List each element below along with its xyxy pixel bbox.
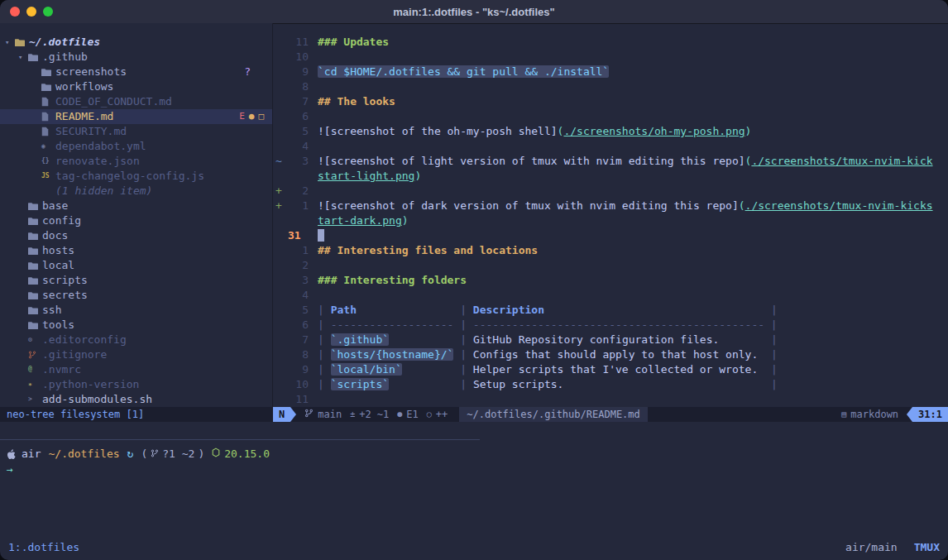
tree-item-code-of-conduct-md[interactable]: CODE_OF_CONDUCT.md	[0, 94, 272, 109]
editor-line[interactable]: +1![screenshot of dark version of tmux w…	[273, 199, 948, 213]
editor-line[interactable]: 1## Interesting files and locations	[273, 243, 948, 258]
folder-icon	[28, 291, 42, 300]
text-segment: Description	[473, 304, 544, 316]
tree-item-tools[interactable]: tools	[0, 318, 272, 333]
status-indicator-icon: E	[239, 109, 245, 124]
line-content: `cd $HOME/.dotfiles && git pull && ./ins…	[318, 65, 609, 79]
tree-item-scripts[interactable]: scripts	[0, 273, 272, 288]
tree-item-docs[interactable]: docs	[0, 228, 272, 243]
tree-item-nvmrc[interactable]: @.nvmrc	[0, 362, 272, 377]
tree-item-editorconfig[interactable]: ⚙.editorconfig	[0, 333, 272, 347]
tmux-window-tab[interactable]: 1:.dotfiles	[8, 540, 79, 555]
editor-line[interactable]: 7## The looks	[273, 94, 948, 109]
tree-item-hosts[interactable]: hosts	[0, 243, 272, 258]
editor-line[interactable]: 8	[273, 79, 948, 94]
editor-line[interactable]: 4	[273, 139, 948, 154]
zoom-button[interactable]	[43, 7, 53, 17]
editor-line[interactable]: tart-dark.png)	[273, 213, 948, 228]
shell-pane[interactable]: air ~/.dotfiles ↻ ( ?1 ~2 ) 20.15.0 → 1:…	[0, 422, 948, 560]
tree-item-label: tools	[42, 318, 74, 333]
tree-item-label: README.md	[55, 109, 113, 124]
sign-column	[273, 124, 286, 139]
tree-item-config[interactable]: config	[0, 213, 272, 228]
tree-item-dotfiles[interactable]: ▾~/.dotfiles	[0, 35, 272, 50]
tree-item-label: tag-changelog-config.js	[55, 169, 204, 184]
tree-item-ssh[interactable]: ssh	[0, 303, 272, 318]
sign-column	[273, 377, 286, 392]
text-segment: |	[453, 333, 472, 346]
tree-item-github[interactable]: ▾.github	[0, 50, 272, 65]
diagnostics-segment: ● E1	[397, 407, 418, 422]
tree-item-label: SECURITY.md	[55, 124, 127, 139]
expander-icon[interactable]: ▾	[5, 35, 15, 50]
tree-item-dependabot-yml[interactable]: ◉dependabot.yml	[0, 139, 272, 154]
tree-item-readme-md[interactable]: README.mdE●□	[0, 109, 272, 124]
git-branch-segment: main	[304, 407, 342, 422]
diff-icon: ±	[350, 407, 355, 422]
line-content: tart-dark.png)	[318, 213, 409, 228]
git-branch-icon	[304, 407, 314, 422]
editor-line[interactable]: 8| `hosts/{hostname}/` | Configs that sh…	[273, 347, 948, 362]
line-content: ## Interesting files and locations	[318, 243, 538, 258]
editor-line[interactable]: 11	[273, 392, 948, 407]
folder-icon	[41, 68, 55, 77]
error-icon: ●	[397, 407, 402, 422]
sign-column	[273, 362, 286, 377]
tree-item-gitignore[interactable]: .gitignore	[0, 347, 272, 362]
current-line-number: 31	[286, 228, 309, 243]
tree-item-screenshots[interactable]: screenshots?	[0, 65, 272, 79]
tree-item-security-md[interactable]: SECURITY.md	[0, 124, 272, 139]
editor-line[interactable]: ~3![screenshot of light version of tmux …	[273, 154, 948, 169]
tree-item-label: docs	[42, 228, 68, 243]
prompt-hostname: air	[22, 447, 41, 462]
text-segment	[402, 363, 454, 376]
text-segment: ![screenshot of the oh-my-posh shell]	[318, 125, 558, 137]
expander-icon[interactable]: ▾	[18, 50, 28, 65]
editor-line[interactable]: start-light.png)	[273, 169, 948, 184]
tree-item-renovate-json[interactable]: {}renovate.json	[0, 154, 272, 169]
tree-item-label: scripts	[42, 273, 88, 288]
filetype-segment: ▤ markdown	[841, 407, 898, 422]
tree-item-local[interactable]: local	[0, 258, 272, 273]
tree-item-tag-changelog-config-js[interactable]: JStag-changelog-config.js	[0, 169, 272, 184]
prompt-input-arrow[interactable]: →	[7, 462, 13, 477]
tree-item-base[interactable]: base	[0, 199, 272, 213]
editor-line[interactable]: 2	[273, 258, 948, 273]
minimize-button[interactable]	[26, 7, 36, 17]
tree-item-label: .nvmrc	[42, 362, 81, 377]
traffic-lights	[10, 7, 53, 17]
sign-column	[273, 243, 286, 258]
editor-line[interactable]: 5| Path | Description |	[273, 303, 948, 318]
editor-line[interactable]: 6| ------------------- | ---------------…	[273, 318, 948, 333]
editor-line[interactable]: 7| `.github` | GitHub Repository configu…	[273, 333, 948, 347]
text-segment	[389, 378, 453, 390]
editor-line[interactable]: 9| `local/bin` | Helper scripts that I'v…	[273, 362, 948, 377]
editor-line[interactable]: 10| `scripts` | Setup scripts. |	[273, 377, 948, 392]
tree-item-secrets[interactable]: secrets	[0, 288, 272, 303]
editor-line[interactable]: 11### Updates	[273, 35, 948, 50]
tree-item-add-submodules-sh[interactable]: >add-submodules.sh	[0, 392, 272, 407]
text-segment: Path	[331, 304, 357, 316]
status-indicator-icon: ●	[249, 109, 255, 124]
editor-line[interactable]: 6	[273, 109, 948, 124]
sign-column	[273, 169, 286, 184]
editor-line[interactable]: 4	[273, 288, 948, 303]
tree-item-1-hidden-item[interactable]: (1 hidden item)	[0, 184, 272, 199]
tree-item-workflows[interactable]: workflows	[0, 79, 272, 94]
text-segment: ./screenshots/tmux-nvim-kick	[751, 155, 932, 167]
editor-line[interactable]: 10	[273, 50, 948, 65]
close-button[interactable]	[10, 7, 20, 17]
python-icon: ∗	[28, 377, 42, 392]
editor-line[interactable]: 9`cd $HOME/.dotfiles && git pull && ./in…	[273, 65, 948, 79]
editor-buffer[interactable]: 11### Updates109`cd $HOME/.dotfiles && g…	[273, 23, 948, 407]
sign-column	[273, 139, 286, 154]
file-status-indicators: E●□	[239, 109, 264, 124]
tree-item-python-version[interactable]: ∗.python-version	[0, 377, 272, 392]
editor-line[interactable]: 3### Interesting folders	[273, 273, 948, 288]
editor-line[interactable]: +2	[273, 184, 948, 199]
text-segment: | ------------------- | ----------------…	[318, 318, 778, 331]
line-number: 4	[286, 139, 309, 154]
editor-line[interactable]: 5![screenshot of the oh-my-posh shell](.…	[273, 124, 948, 139]
editor-line[interactable]: 31	[273, 228, 948, 243]
json-icon: {}	[41, 154, 55, 169]
